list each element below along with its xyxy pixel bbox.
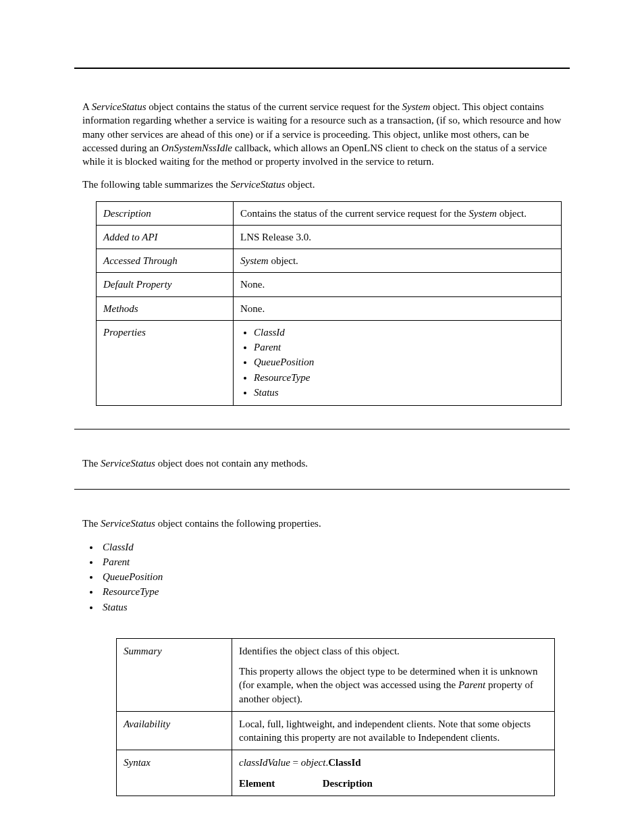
- text: =: [290, 757, 301, 768]
- table-row: Summary Identifies the object class of t…: [117, 638, 555, 711]
- table-row: Syntax classIdValue = object.ClassId Ele…: [117, 750, 555, 796]
- column-header-description: Description: [323, 777, 373, 790]
- text: The following table summarizes the: [82, 179, 231, 190]
- section-rule: [74, 489, 570, 490]
- object-name: ServiceStatus: [101, 458, 155, 469]
- table-row: Accessed Through System object.: [97, 249, 562, 273]
- row-label: Properties: [97, 320, 234, 405]
- follow-paragraph: The following table summarizes the Servi…: [82, 178, 562, 191]
- row-label: Accessed Through: [97, 249, 234, 273]
- row-value: LNS Release 3.0.: [234, 225, 562, 249]
- list-item: ResourceType: [254, 371, 554, 384]
- row-label: Availability: [117, 711, 232, 750]
- text: Identifies the object class of this obje…: [239, 644, 547, 658]
- row-value: System object.: [234, 249, 562, 273]
- list-item: QueuePosition: [254, 355, 554, 369]
- row-label: Default Property: [97, 273, 234, 296]
- column-header-element: Element: [239, 777, 320, 790]
- row-value: Contains the status of the current servi…: [234, 201, 562, 225]
- row-value: ClassId Parent QueuePosition ResourceTyp…: [234, 320, 562, 405]
- text: object.: [497, 208, 527, 219]
- text: object contains the following properties…: [155, 518, 321, 529]
- syntax-property: ClassId: [328, 757, 360, 768]
- properties-bullet-list: ClassId Parent QueuePosition ResourceTyp…: [100, 540, 570, 614]
- syntax-header-row: Element Description: [239, 777, 547, 790]
- system-name: System: [468, 208, 497, 219]
- text: The: [82, 458, 101, 469]
- table-row: Availability Local, full, lightweight, a…: [117, 711, 555, 750]
- list-item: QueuePosition: [100, 570, 570, 583]
- document-page: A ServiceStatus object contains the stat…: [0, 0, 644, 834]
- row-label: Added to API: [97, 225, 234, 249]
- object-name: ServiceStatus: [231, 179, 286, 190]
- list-item: ResourceType: [100, 585, 570, 598]
- list-item: ClassId: [100, 540, 570, 554]
- syntax-object: object: [301, 757, 326, 768]
- text: Contains the status of the current servi…: [240, 208, 468, 219]
- intro-paragraph: A ServiceStatus object contains the stat…: [82, 100, 562, 168]
- list-item: Parent: [254, 340, 554, 354]
- text: object contains the status of the curren…: [146, 101, 402, 112]
- object-name: ServiceStatus: [92, 101, 146, 112]
- text: object.: [285, 179, 315, 190]
- text: A: [82, 101, 92, 112]
- row-value: Identifies the object class of this obje…: [232, 638, 555, 711]
- text: object does not contain any methods.: [155, 458, 308, 469]
- list-item: Status: [254, 386, 554, 399]
- table-row: Description Contains the status of the c…: [97, 201, 562, 225]
- row-label: Summary: [117, 638, 232, 711]
- table-row: Properties ClassId Parent QueuePosition …: [97, 320, 562, 405]
- syntax-expression: classIdValue = object.ClassId: [239, 756, 547, 769]
- top-rule: [74, 68, 570, 69]
- syntax-lhs: classIdValue: [239, 757, 290, 768]
- property-name: Parent: [458, 679, 485, 690]
- methods-paragraph: The ServiceStatus object does not contai…: [82, 457, 562, 470]
- properties-list: ClassId Parent QueuePosition ResourceTyp…: [254, 325, 554, 399]
- text: The: [82, 518, 101, 529]
- section-rule: [74, 429, 570, 429]
- table-row: Default Property None.: [97, 273, 562, 296]
- row-value: classIdValue = object.ClassId Element De…: [232, 750, 555, 796]
- list-item: Parent: [100, 555, 570, 569]
- table-row: Added to API LNS Release 3.0.: [97, 225, 562, 249]
- row-label: Description: [97, 201, 234, 225]
- system-name: System: [402, 101, 431, 112]
- list-item: ClassId: [254, 325, 554, 339]
- table-row: Methods None.: [97, 296, 562, 320]
- text: This property allows the object type to …: [239, 664, 547, 706]
- row-value: None.: [234, 273, 562, 296]
- row-value: None.: [234, 296, 562, 320]
- text: object.: [269, 255, 298, 266]
- summary-table: Description Contains the status of the c…: [96, 201, 562, 407]
- properties-paragraph: The ServiceStatus object contains the fo…: [82, 517, 562, 530]
- row-label: Syntax: [117, 750, 232, 796]
- system-name: System: [240, 255, 269, 266]
- classid-table: Summary Identifies the object class of t…: [116, 638, 555, 796]
- row-label: Methods: [97, 296, 234, 320]
- callback-name: OnSystemNssIdle: [161, 142, 232, 153]
- row-value: Local, full, lightweight, and independen…: [232, 711, 555, 750]
- object-name: ServiceStatus: [101, 518, 155, 529]
- list-item: Status: [100, 600, 570, 614]
